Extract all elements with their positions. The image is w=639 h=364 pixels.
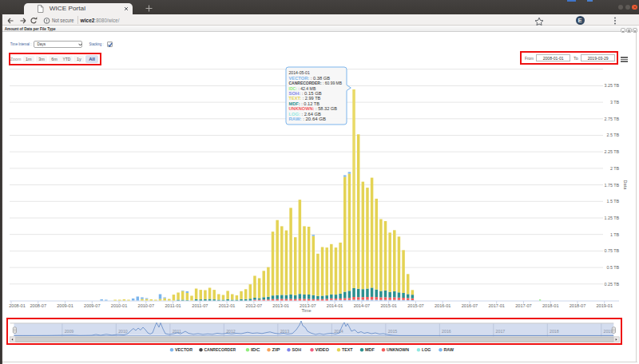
svg-text:1 TB: 1 TB [610,232,620,237]
svg-text:1.75 TB: 1.75 TB [604,183,619,188]
svg-text:2 TB: 2 TB [610,166,620,171]
svg-text:IDC: IDC [251,347,260,352]
svg-text:Days: Days [38,42,46,46]
svg-text:VIDEO: VIDEO [316,347,330,352]
svg-text:1.25 TB: 1.25 TB [604,216,619,220]
svg-text:2010-07: 2010-07 [138,303,155,308]
svg-text:ZIP: ZIP [272,347,280,352]
svg-text:2.75 TB: 2.75 TB [604,117,619,121]
svg-text:Amount of Data per File Type: Amount of Data per File Type [5,26,56,31]
svg-text:3.25 TB: 3.25 TB [604,83,619,88]
svg-text:TEXT: TEXT [342,347,353,352]
svg-text:0.5 TB: 0.5 TB [606,265,619,270]
svg-text:2014-05-01: 2014-05-01 [289,70,310,75]
svg-text:1.5 TB: 1.5 TB [606,199,619,204]
svg-text:2.25 TB: 2.25 TB [604,149,619,154]
svg-text:2013-01: 2013-01 [272,303,289,308]
svg-text:UNKNOWN: UNKNOWN [387,347,409,352]
svg-text:SOH: SOH [292,347,302,352]
svg-text:0.75 TB: 0.75 TB [604,248,619,253]
svg-text:RAW: : 20.64 GB: RAW: : 20.64 GB [289,117,327,121]
svg-text:2009-07: 2009-07 [84,303,101,308]
svg-text:2016-07: 2016-07 [462,303,478,308]
svg-text:2019-01: 2019-01 [596,303,613,308]
svg-text:wice2: wice2 [80,18,95,23]
svg-text:2013-07: 2013-07 [300,303,316,308]
svg-text:CANRECORDER: CANRECORDER [204,347,236,352]
svg-text:2011-07: 2011-07 [192,303,208,308]
svg-text:VECTOR: VECTOR [175,347,193,352]
svg-text:Stacking :: Stacking : [89,42,104,46]
svg-text:2008-07: 2008-07 [30,303,46,308]
svg-text:0.25 TB: 0.25 TB [604,282,619,287]
svg-text:TEXT: : 2.99 TB: TEXT: : 2.99 TB [289,96,321,101]
svg-text:CANRECORDER: : 60.99 MB: CANRECORDER: : 60.99 MB [289,81,343,85]
svg-text:2011-01: 2011-01 [165,303,181,308]
svg-text:2012-01: 2012-01 [219,303,236,308]
svg-text:2014-01: 2014-01 [327,303,343,308]
svg-text:2008-01: 2008-01 [9,303,26,308]
svg-text:2010-01: 2010-01 [111,303,128,308]
svg-text:2.5 TB: 2.5 TB [606,133,619,137]
svg-text:LOG: : 2.64 GB: LOG: : 2.64 GB [289,112,322,117]
svg-text:2014-07: 2014-07 [354,303,371,308]
svg-text:2015-07: 2015-07 [407,303,424,308]
svg-text:IDC: : 42.4 MB: IDC: : 42.4 MB [289,86,316,91]
svg-text:2017-07: 2017-07 [515,303,532,308]
svg-text:MDF: MDF [365,347,375,352]
svg-text:Time: Time [301,308,311,313]
svg-text:SOH: : 0.15 GB: SOH: : 0.15 GB [289,91,323,96]
svg-text:2018-07: 2018-07 [570,303,586,308]
svg-text:UNKNOWN: : 58.32 GB: UNKNOWN: : 58.32 GB [289,106,338,111]
svg-text:RAW: RAW [444,347,454,352]
svg-text:LOG: LOG [422,347,431,352]
svg-text:Data: Data [623,180,628,191]
svg-text:2012-07: 2012-07 [246,303,263,308]
svg-text:VECTOR: : 0.38 GB: VECTOR: : 0.38 GB [289,76,331,81]
svg-text:MDF: : 0.12 TB: MDF: : 0.12 TB [289,101,320,106]
svg-text:2015-01: 2015-01 [380,303,397,308]
svg-text:WICE Portal: WICE Portal [50,5,86,12]
svg-text::8080/wice/: :8080/wice/ [95,18,120,23]
svg-text:2009-01: 2009-01 [57,303,73,308]
svg-text:2017-01: 2017-01 [488,303,505,308]
svg-text:2018-01: 2018-01 [542,303,559,308]
svg-text:3 TB: 3 TB [610,100,620,105]
svg-text:Time Interval :: Time Interval : [10,42,32,46]
svg-text:2016-01: 2016-01 [435,303,451,308]
svg-text:Not secure: Not secure [52,18,74,23]
